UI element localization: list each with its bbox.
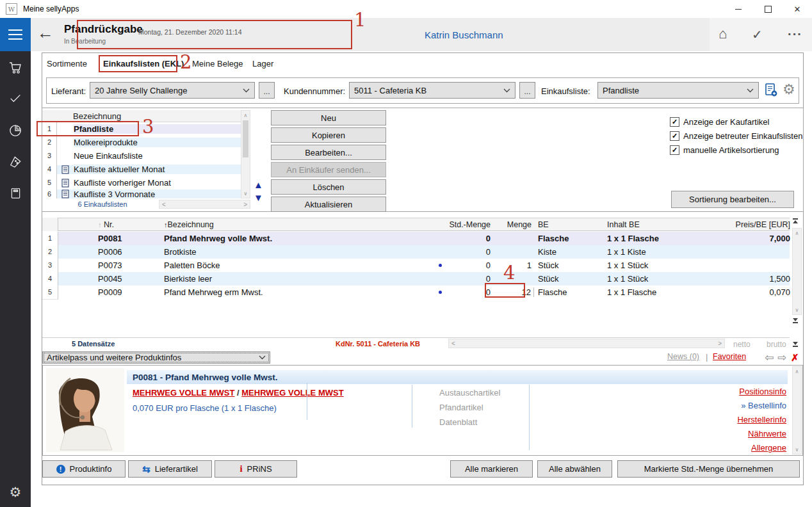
- list-hscrollbar[interactable]: < >: [159, 200, 250, 209]
- table-row[interactable]: 5 P0009 Pfand Mehrweg erm Mwst. 0 12 Fla…: [42, 286, 790, 299]
- loeschen-button[interactable]: Löschen: [271, 179, 386, 195]
- sidebar-item-cart[interactable]: [0, 56, 31, 78]
- changed-indicator-dot: [439, 264, 442, 267]
- new-list-button[interactable]: [765, 83, 778, 99]
- more-options-button[interactable]: ···: [788, 27, 802, 42]
- hamburger-menu-button[interactable]: [0, 18, 31, 51]
- naehrwerte-link[interactable]: Nährwerte: [748, 429, 786, 439]
- bearbeiten-button[interactable]: Bearbeiten...: [271, 145, 386, 160]
- list-row[interactable]: 2 Molkereiprodukte: [42, 136, 241, 149]
- netto-toggle[interactable]: netto: [733, 340, 751, 349]
- scroll-to-bottom-button[interactable]: [793, 318, 798, 323]
- einkaufsliste-select[interactable]: Pfandliste: [597, 82, 759, 99]
- detail-attr-pfandartikel: Pfandartikel: [439, 403, 483, 412]
- aktualisieren-button[interactable]: Aktualisieren: [271, 197, 386, 212]
- lieferant-more-button[interactable]: ...: [259, 82, 275, 99]
- prins-button[interactable]: i PRiNS: [215, 460, 297, 478]
- customer-ref: KdNr. 5011 - Cafeteria KB: [336, 340, 420, 348]
- list-settings-button[interactable]: ⚙: [783, 81, 795, 98]
- positionsinfo-link[interactable]: Positionsinfo: [739, 387, 786, 396]
- scroll-down-icon[interactable]: ∨: [793, 305, 801, 314]
- checkbox-checked-icon: ✓: [670, 145, 679, 155]
- col-nr[interactable]: ↑ Nr.: [98, 220, 164, 229]
- sidebar-item-offers[interactable]: [0, 151, 31, 173]
- close-button[interactable]: ✕: [783, 0, 812, 18]
- chevron-down-icon: [259, 355, 266, 360]
- neu-button[interactable]: Neu: [271, 110, 386, 125]
- scroll-right-icon[interactable]: >: [243, 201, 247, 208]
- scroll-up-icon[interactable]: ∧: [241, 111, 250, 120]
- kopieren-button[interactable]: Kopieren: [271, 127, 386, 143]
- table-vscrollbar[interactable]: ∧ ∨: [792, 228, 802, 315]
- table-header[interactable]: ↑ Nr. ↑Bezeichnung Std.-Menge Menge BE I…: [42, 218, 790, 231]
- scroll-to-top-button[interactable]: [793, 218, 798, 223]
- app-logo-icon: W: [6, 3, 17, 15]
- checkbox-manuelle-sortierung[interactable]: ✓ manuelle Artikelsortierung: [670, 145, 779, 155]
- detail-vscrollbar[interactable]: ∧ ∨: [792, 366, 802, 455]
- col-bezeichnung[interactable]: ↑Bezeichnung: [164, 220, 435, 229]
- col-std-menge[interactable]: Std.-Menge: [446, 220, 491, 229]
- sidebar-item-settings[interactable]: ⚙: [0, 481, 31, 503]
- col-menge[interactable]: Menge: [491, 220, 534, 229]
- kundennummer-label: Kundennummer:: [284, 86, 345, 96]
- home-button[interactable]: ⌂: [719, 26, 727, 42]
- maximize-button[interactable]: [753, 0, 783, 18]
- sidebar-item-tasks[interactable]: [0, 87, 31, 109]
- table-row[interactable]: 4 P0045 Bierkiste leer 0 Stück 1 x 1 Stü…: [42, 272, 790, 286]
- favoriten-link[interactable]: Favoriten: [713, 352, 746, 361]
- scroll-up-icon[interactable]: ∧: [793, 229, 801, 237]
- jump-down-button[interactable]: [793, 342, 798, 347]
- scroll-down-icon[interactable]: ∨: [241, 189, 250, 198]
- infopanel-select[interactable]: Artikelpass und weitere Produktinfos: [42, 351, 270, 364]
- table-row[interactable]: 1 P0081 Pfand Mehrweg volle Mwst. 0 Flas…: [42, 232, 790, 245]
- back-button[interactable]: ←: [37, 24, 54, 41]
- bestellinfo-link[interactable]: » Bestellinfo: [684, 401, 786, 410]
- scroll-right-icon[interactable]: >: [718, 340, 722, 347]
- checkbox-anzeige-kaufartikel[interactable]: ✓ Anzeige der Kaufartikel: [670, 117, 769, 127]
- sidebar-item-journal[interactable]: [0, 182, 31, 204]
- warengruppe-link[interactable]: MEHRWEG VOLLE MWST: [133, 388, 234, 398]
- untergruppe-link[interactable]: MEHRWEG VOLLE MWST: [241, 388, 343, 398]
- move-up-button[interactable]: ▲: [254, 180, 263, 189]
- brutto-toggle[interactable]: brutto: [767, 340, 786, 349]
- scroll-left-icon[interactable]: <: [451, 340, 455, 347]
- news-link[interactable]: News (0): [667, 352, 699, 361]
- alle-abwaehlen-button[interactable]: Alle abwählen: [537, 460, 612, 478]
- col-inhalt-be[interactable]: Inhalt BE: [605, 220, 683, 229]
- list-vscrollbar[interactable]: ∧ ∨: [241, 110, 250, 198]
- gear-icon: ⚙: [10, 485, 22, 500]
- sidebar-item-statistics[interactable]: [0, 119, 31, 141]
- table-row[interactable]: 3 P0073 Paletten Böcke 0 1 Stück 1 x 1 S…: [42, 259, 790, 272]
- lieferartikel-button[interactable]: ⇆ Lieferartikel: [128, 460, 212, 478]
- kundennummer-select[interactable]: 5011 - Cafeteria KB: [349, 82, 516, 99]
- alle-markieren-button[interactable]: Alle markieren: [450, 460, 533, 478]
- lieferant-select[interactable]: 20 Jahre Selly Challenge: [90, 82, 255, 99]
- list-row[interactable]: 3 Neue Einkaufsliste: [42, 149, 241, 163]
- scroll-thumb[interactable]: [243, 120, 248, 157]
- nav-previous-button[interactable]: ⇦: [765, 351, 774, 364]
- scroll-left-icon[interactable]: <: [162, 201, 166, 208]
- table-row[interactable]: 2 P0006 Brotkiste 0 Kiste 1 x 1 Kiste: [42, 245, 790, 259]
- list-row[interactable]: 5 Kaufliste vorheriger Monat: [42, 176, 241, 189]
- list-row[interactable]: 4 Kaufliste aktueller Monat: [42, 163, 241, 176]
- move-down-button[interactable]: ▼: [254, 193, 263, 202]
- window-titlebar: W Meine sellyApps: [0, 0, 812, 18]
- kundennummer-more-button[interactable]: ...: [519, 82, 535, 99]
- nav-next-button[interactable]: ⇨: [777, 351, 786, 364]
- sortierung-bearbeiten-button[interactable]: Sortierung bearbeiten...: [671, 191, 794, 208]
- close-infopanel-button[interactable]: ✗: [791, 352, 799, 364]
- scroll-down-icon[interactable]: ∨: [793, 445, 801, 454]
- minimize-button[interactable]: [724, 0, 753, 18]
- allergene-link[interactable]: Allergene: [751, 443, 786, 453]
- col-preis[interactable]: Preis/BE [EUR]: [683, 220, 790, 229]
- annotation-number-3: 3: [142, 118, 154, 136]
- herstellerinfo-link[interactable]: Herstellerinfo: [737, 415, 786, 424]
- scroll-up-icon[interactable]: ∧: [793, 367, 801, 376]
- table-hscrollbar[interactable]: < >: [448, 339, 725, 348]
- checkbox-betreute-einkaufslisten[interactable]: ✓ Anzeige betreuter Einkaufslisten: [670, 131, 802, 141]
- list-row[interactable]: 6 Kaufliste 3 Vormonate: [42, 189, 241, 198]
- uebernehmen-button[interactable]: Markierte Std.-Menge übernehmen: [617, 460, 800, 478]
- col-be[interactable]: BE: [534, 220, 605, 229]
- produktinfo-button[interactable]: ! Produktinfo: [42, 460, 126, 478]
- confirm-button[interactable]: ✓: [752, 27, 763, 42]
